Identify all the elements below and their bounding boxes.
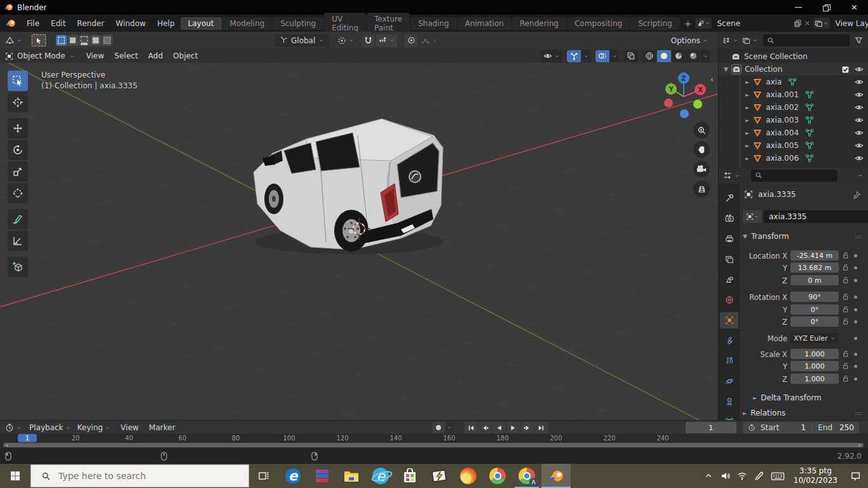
collection-checkbox[interactable] <box>841 65 850 74</box>
tab-scene[interactable] <box>720 271 738 288</box>
scale-y-lock-icon[interactable] <box>841 362 850 370</box>
blender-menu-icon[interactable] <box>5 18 16 29</box>
location-x-lock-icon[interactable] <box>841 251 850 259</box>
close-button[interactable] <box>840 0 868 15</box>
location-y-lock-icon[interactable] <box>841 263 850 271</box>
viewport-3d[interactable]: User Perspective (1) Collection | axia.3… <box>0 63 718 420</box>
menu-file[interactable]: File <box>21 19 45 28</box>
navigation-gizmo[interactable]: Z Y X <box>658 69 712 123</box>
collection-eye-icon[interactable] <box>855 65 864 74</box>
object-eye-icon[interactable] <box>855 78 864 86</box>
outliner-row-object[interactable]: ►axia <box>719 76 868 88</box>
scale-y-animate-dot[interactable] <box>854 365 857 368</box>
expand-arrow[interactable]: ► <box>745 79 749 85</box>
tab-view-layer[interactable] <box>720 251 738 268</box>
outliner-row-object[interactable]: ►axia.004 <box>719 126 868 139</box>
taskbar-explorer-icon[interactable] <box>337 464 366 488</box>
location-z-animate-dot[interactable] <box>854 279 857 282</box>
expand-arrow[interactable]: ► <box>745 118 749 123</box>
select-mode-new-button[interactable] <box>56 35 67 46</box>
workspace-tab-rendering[interactable]: Rendering <box>512 17 566 30</box>
breadcrumb-object-name[interactable]: axia.3335 <box>758 190 796 199</box>
options-dropdown[interactable]: Options <box>671 36 708 45</box>
transform-expand-arrow[interactable]: ▼ <box>743 233 747 240</box>
orthographic-toggle-button[interactable] <box>693 180 710 197</box>
taskbar-clock[interactable]: 3:35 ptg 10/02/2023 <box>789 466 843 485</box>
outliner-row-object[interactable]: ►axia.002 <box>719 101 868 114</box>
scale-x-animate-dot[interactable] <box>854 353 857 356</box>
tool-select-box[interactable] <box>8 71 28 91</box>
editor-type-selector[interactable] <box>5 36 22 45</box>
location-z-lock-icon[interactable] <box>841 276 850 284</box>
sidebar-collapse-arrow[interactable]: ‹ <box>710 74 714 84</box>
camera-view-button[interactable] <box>693 161 710 177</box>
scale-z-animate-dot[interactable] <box>854 377 857 381</box>
workspace-tab-modeling[interactable]: Modeling <box>222 17 273 30</box>
scene-copy-icon[interactable] <box>794 19 802 27</box>
rotation-mode-dropdown[interactable]: XYZ Euler <box>790 333 839 343</box>
outliner-row-object[interactable]: ►axia.001 <box>719 88 868 101</box>
transform-grip-icon[interactable] <box>853 233 864 241</box>
select-mode-intersect-button[interactable] <box>102 35 112 46</box>
tray-chevron-icon[interactable] <box>700 464 717 488</box>
rotation-x-animate-dot[interactable] <box>854 295 857 299</box>
tool-rotate[interactable] <box>8 140 28 160</box>
playback-menu[interactable]: Playback <box>29 423 71 432</box>
timeline-marker-menu[interactable]: Marker <box>144 423 180 432</box>
scene-icon[interactable] <box>695 18 712 29</box>
tool-add-cube[interactable] <box>8 257 28 277</box>
zoom-button[interactable] <box>693 122 710 139</box>
rotation-y-animate-dot[interactable] <box>854 308 857 311</box>
taskbar-edge-icon[interactable]: e <box>278 464 308 488</box>
shading-rendered-button[interactable] <box>686 50 700 62</box>
properties-options-chevron[interactable] <box>857 172 864 179</box>
prev-keyframe-button[interactable] <box>478 422 492 433</box>
play-reverse-button[interactable] <box>492 422 506 433</box>
object-eye-icon[interactable] <box>855 116 864 125</box>
tab-modifiers[interactable] <box>720 332 738 349</box>
action-center-icon[interactable] <box>843 464 868 488</box>
location-y-animate-dot[interactable] <box>854 266 857 269</box>
tab-world[interactable] <box>720 292 738 308</box>
next-keyframe-button[interactable] <box>520 422 534 433</box>
current-frame-marker[interactable]: 1 <box>18 434 37 442</box>
rotation-y-field[interactable]: 0° <box>790 304 839 315</box>
outliner-filter-icon[interactable] <box>855 36 863 44</box>
object-eye-icon[interactable] <box>855 141 864 150</box>
object-eye-icon[interactable] <box>855 154 864 163</box>
location-x-animate-dot[interactable] <box>854 254 857 257</box>
snap-target-dropdown[interactable] <box>376 34 397 47</box>
transform-orientation-dropdown[interactable]: Global <box>275 34 329 47</box>
tab-output[interactable] <box>720 231 738 247</box>
current-frame-field[interactable]: 1 <box>686 422 736 433</box>
shading-material-button[interactable] <box>672 50 686 62</box>
outliner-type-selector[interactable] <box>722 36 738 44</box>
delta-expand-arrow[interactable]: ► <box>753 395 757 401</box>
tray-volume-icon[interactable] <box>717 464 734 488</box>
task-view-button[interactable] <box>249 464 278 488</box>
shading-dropdown[interactable] <box>701 50 710 62</box>
view-layer-selector[interactable]: View Layer <box>813 17 868 29</box>
shading-solid-button[interactable] <box>657 50 671 62</box>
select-mode-invert-button[interactable] <box>90 35 101 46</box>
shading-wireframe-button[interactable] <box>642 50 656 62</box>
object-id-icon[interactable] <box>743 210 762 223</box>
scene-selector[interactable]: Scene <box>695 17 811 29</box>
relations-expand-arrow[interactable]: ► <box>743 410 747 416</box>
properties-search-field[interactable] <box>751 170 837 182</box>
gizmos-toggle[interactable] <box>567 50 591 62</box>
rotation-z-animate-dot[interactable] <box>854 320 857 323</box>
view-layer-icon[interactable] <box>813 18 830 29</box>
tool-transform[interactable] <box>8 183 28 203</box>
jump-to-end-button[interactable] <box>534 422 548 433</box>
tool-move[interactable] <box>8 118 28 139</box>
location-y-field[interactable]: 13.682 m <box>790 262 839 273</box>
outliner-search-field[interactable] <box>763 34 850 46</box>
tool-measure[interactable] <box>8 231 28 251</box>
scale-z-field[interactable]: 1.000 <box>790 374 839 384</box>
proportional-editing-button[interactable] <box>405 34 417 47</box>
workspace-tab-animation[interactable]: Animation <box>458 17 512 30</box>
workspace-tab-shading[interactable]: Shading <box>410 17 457 30</box>
tab-tool[interactable] <box>720 190 738 207</box>
object-eye-icon[interactable] <box>855 128 864 137</box>
